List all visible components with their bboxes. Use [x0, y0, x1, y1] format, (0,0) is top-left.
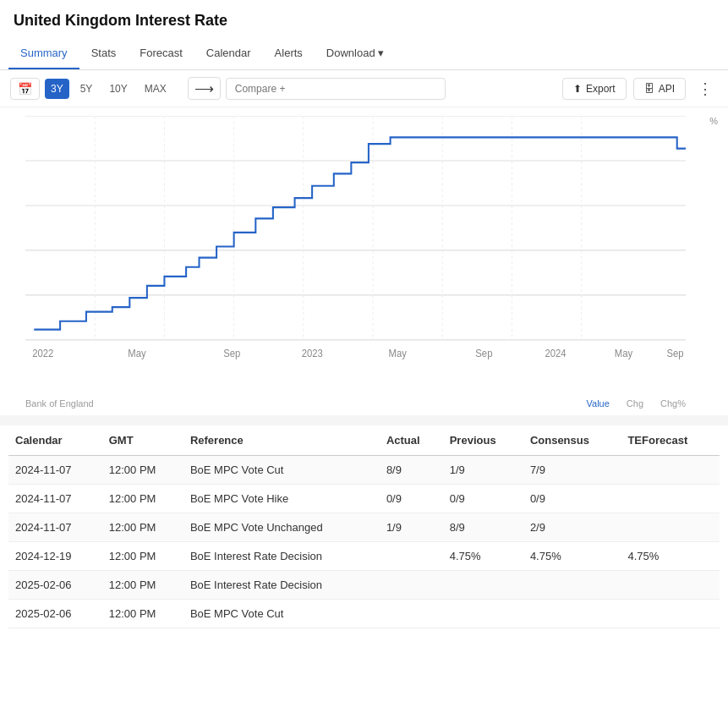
cell-reference: BoE MPC Vote Hike	[183, 485, 380, 513]
cell-teforecast	[621, 485, 720, 513]
svg-text:May: May	[128, 347, 145, 358]
period-5y-button[interactable]: 5Y	[74, 79, 99, 99]
cell-gmt: 12:00 PM	[102, 542, 183, 571]
chart-footer: Bank of England Value Chg Chg%	[0, 395, 728, 415]
chart-y-label: %	[709, 116, 718, 126]
cell-actual	[380, 542, 443, 571]
cell-calendar: 2024-12-19	[8, 542, 102, 571]
svg-text:2023: 2023	[302, 347, 323, 358]
svg-text:2022: 2022	[32, 347, 53, 358]
svg-text:Sep: Sep	[223, 347, 241, 358]
col-chg[interactable]: Chg	[627, 398, 643, 409]
table-row: 2024-11-0712:00 PMBoE MPC Vote Unchanged…	[8, 513, 720, 542]
tab-stats[interactable]: Stats	[79, 38, 129, 69]
cell-reference: BoE Interest Rate Decision	[183, 571, 380, 600]
tab-forecast[interactable]: Forecast	[128, 38, 194, 69]
svg-text:May: May	[389, 347, 407, 358]
tab-download-chevron: ▾	[378, 47, 384, 59]
table-header-row: Calendar GMT Reference Actual Previous C…	[8, 425, 720, 456]
table-row: 2024-12-1912:00 PMBoE Interest Rate Deci…	[8, 542, 720, 571]
period-max-button[interactable]: MAX	[139, 79, 172, 99]
cell-gmt: 12:00 PM	[102, 456, 183, 485]
more-options-button[interactable]: ⋮	[692, 78, 718, 100]
cell-reference: BoE MPC Vote Unchanged	[183, 513, 380, 542]
col-chgpct[interactable]: Chg%	[660, 398, 686, 409]
cell-calendar: 2024-11-07	[8, 456, 102, 485]
tab-summary[interactable]: Summary	[8, 38, 79, 69]
col-header-reference: Reference	[183, 425, 380, 456]
chart-source: Bank of England	[25, 398, 94, 409]
tab-bar: Summary Stats Forecast Calendar Alerts D…	[0, 38, 728, 70]
cell-consensus: 0/9	[523, 485, 621, 513]
chart-footer-columns: Value Chg Chg%	[587, 398, 686, 409]
col-header-calendar: Calendar	[8, 425, 102, 456]
section-divider	[0, 415, 728, 425]
cell-previous: 4.75%	[443, 542, 523, 571]
cell-actual: 1/9	[380, 513, 443, 542]
table-row: 2024-11-0712:00 PMBoE MPC Vote Hike0/90/…	[8, 485, 720, 513]
svg-text:Sep: Sep	[666, 347, 684, 358]
cell-actual: 8/9	[380, 456, 443, 485]
page-title: United Kingdom Interest Rate	[0, 0, 728, 38]
cell-teforecast	[621, 571, 720, 600]
cell-gmt: 12:00 PM	[102, 513, 183, 542]
svg-text:Sep: Sep	[475, 347, 493, 358]
period-3y-button[interactable]: 3Y	[45, 79, 69, 99]
cell-calendar: 2025-02-06	[8, 600, 102, 628]
tab-alerts[interactable]: Alerts	[263, 38, 315, 69]
cell-consensus: 7/9	[523, 456, 621, 485]
cell-teforecast	[621, 513, 720, 542]
col-header-actual: Actual	[380, 425, 443, 456]
cell-calendar: 2025-02-06	[8, 571, 102, 600]
svg-text:May: May	[615, 347, 632, 358]
chart-svg: 0.0 1.0 2.0 3.0 4.0 5.0 2022 May Sep 202…	[25, 116, 686, 387]
table-row: 2024-11-0712:00 PMBoE MPC Vote Cut8/91/9…	[8, 456, 720, 485]
col-value[interactable]: Value	[587, 398, 610, 409]
line-type-icon[interactable]: ⟶	[188, 77, 221, 100]
cell-reference: BoE Interest Rate Decision	[183, 542, 380, 571]
data-table: Calendar GMT Reference Actual Previous C…	[8, 425, 720, 628]
cell-gmt: 12:00 PM	[102, 600, 183, 628]
cell-teforecast: 4.75%	[621, 542, 720, 571]
cell-previous: 0/9	[443, 485, 523, 513]
col-header-teforecast: TEForecast	[621, 425, 720, 456]
col-header-previous: Previous	[443, 425, 523, 456]
cell-calendar: 2024-11-07	[8, 513, 102, 542]
toolbar: 📅 3Y 5Y 10Y MAX ⟶ ⬆ Export 🗄 API ⋮	[0, 70, 728, 107]
export-button[interactable]: ⬆ Export	[562, 78, 627, 100]
chart-area: % 0.0 1.0 2.0 3.0 4.0 5.0 2022 May Sep 2…	[0, 107, 728, 395]
cell-calendar: 2024-11-07	[8, 485, 102, 513]
api-label: API	[659, 83, 675, 95]
cell-teforecast	[621, 456, 720, 485]
calendar-icon-button[interactable]: 📅	[10, 78, 40, 100]
cell-previous: 1/9	[443, 456, 523, 485]
cell-consensus	[523, 571, 621, 600]
svg-text:2024: 2024	[545, 347, 567, 358]
cell-previous	[443, 600, 523, 628]
data-table-section: Calendar GMT Reference Actual Previous C…	[0, 425, 728, 628]
api-button[interactable]: 🗄 API	[633, 78, 686, 100]
period-10y-button[interactable]: 10Y	[103, 79, 133, 99]
cell-reference: BoE MPC Vote Cut	[183, 456, 380, 485]
tab-download[interactable]: Download ▾	[315, 38, 396, 69]
cell-previous: 8/9	[443, 513, 523, 542]
cell-actual: 0/9	[380, 485, 443, 513]
cell-previous	[443, 571, 523, 600]
tab-calendar[interactable]: Calendar	[194, 38, 263, 69]
cell-teforecast	[621, 600, 720, 628]
cell-consensus	[523, 600, 621, 628]
cell-actual	[380, 600, 443, 628]
table-row: 2025-02-0612:00 PMBoE Interest Rate Deci…	[8, 571, 720, 600]
compare-input[interactable]	[226, 78, 446, 100]
col-header-gmt: GMT	[102, 425, 183, 456]
cell-actual	[380, 571, 443, 600]
api-icon: 🗄	[644, 83, 654, 95]
cell-consensus: 4.75%	[523, 542, 621, 571]
toolbar-right: ⬆ Export 🗄 API ⋮	[562, 78, 718, 100]
cell-gmt: 12:00 PM	[102, 485, 183, 513]
table-row: 2025-02-0612:00 PMBoE MPC Vote Cut	[8, 600, 720, 628]
export-label: Export	[586, 83, 616, 95]
cell-reference: BoE MPC Vote Cut	[183, 600, 380, 628]
col-header-consensus: Consensus	[523, 425, 621, 456]
cell-consensus: 2/9	[523, 513, 621, 542]
